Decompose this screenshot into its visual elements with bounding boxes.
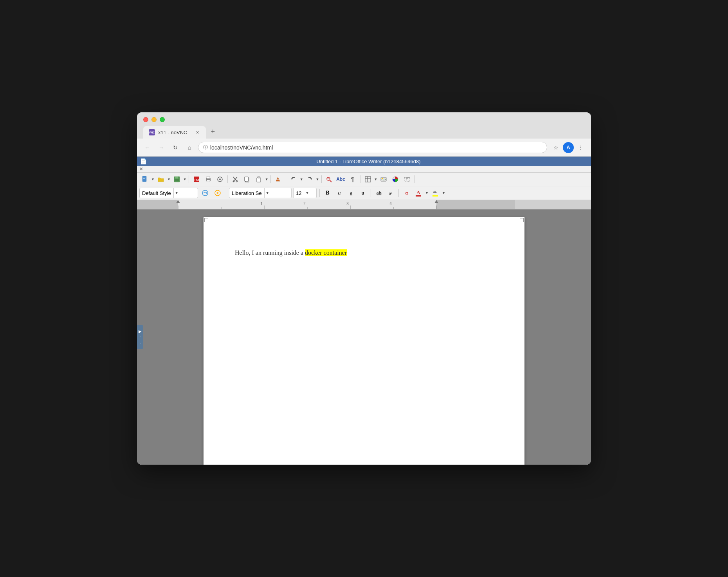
cut-button[interactable] xyxy=(230,174,241,185)
sidebar-toggle-button[interactable]: ▶ ··· xyxy=(137,325,143,349)
strikethrough2-button[interactable]: α xyxy=(402,188,412,198)
font-color-button[interactable]: A xyxy=(413,188,423,198)
new-style-icon xyxy=(214,189,221,197)
toolbar-sep-1 xyxy=(189,175,189,183)
document-page[interactable]: Hello, I an running inside a docker cont… xyxy=(204,217,524,465)
copy-button[interactable] xyxy=(241,174,252,185)
lo-title-text: Untitled 1 - LibreOffice Writer (b12e845… xyxy=(149,159,588,164)
forward-button[interactable]: → xyxy=(156,142,167,153)
svg-text:PDF: PDF xyxy=(195,179,200,181)
spellcheck-label: Abc xyxy=(336,177,345,182)
formatting-sep-1 xyxy=(226,189,226,197)
libreoffice-container: 📄 Untitled 1 - LibreOffice Writer (b12e8… xyxy=(137,157,591,465)
new-doc-dropdown[interactable]: ▼ xyxy=(151,177,155,181)
spellcheck-button[interactable]: Abc xyxy=(335,174,346,185)
font-color-arrow[interactable]: ▼ xyxy=(425,191,429,195)
new-document-button[interactable] xyxy=(139,174,150,185)
subscript-superscript-button[interactable]: ab xyxy=(386,188,396,198)
table-icon xyxy=(364,176,371,183)
paste-button[interactable] xyxy=(253,174,264,185)
new-document-icon xyxy=(141,176,148,183)
strikethrough-button[interactable]: a xyxy=(358,188,368,198)
svg-rect-11 xyxy=(207,180,210,182)
open-file-icon xyxy=(157,176,164,183)
svg-rect-31 xyxy=(381,177,386,181)
formatting-sep-2 xyxy=(319,189,320,197)
svg-rect-5 xyxy=(175,177,178,179)
toolbar-sep-4 xyxy=(286,175,286,183)
tab-favicon: VNC xyxy=(149,129,155,135)
style-update-button[interactable] xyxy=(200,188,211,198)
sidebar-arrow-icon: ▶ xyxy=(139,329,142,334)
undo-dropdown-arrow[interactable]: ▼ xyxy=(300,177,303,181)
paragraph-style-dropdown[interactable]: Default Style ▼ xyxy=(139,188,198,198)
text-highlighted: docker container xyxy=(305,249,347,256)
print-button[interactable] xyxy=(203,174,214,185)
open-file-button[interactable] xyxy=(155,174,166,185)
font-name-arrow: ▼ xyxy=(264,188,270,198)
new-tab-button[interactable]: + xyxy=(207,126,218,137)
maximize-window-button[interactable] xyxy=(160,117,165,122)
nav-bar: ← → ↻ ⌂ ⓘ localhost/noVNC/vnc.html ☆ A ⋮ xyxy=(137,139,591,157)
find-replace-button[interactable] xyxy=(324,174,335,185)
image-icon xyxy=(380,176,387,183)
insert-table-button[interactable] xyxy=(362,174,373,185)
font-size-dropdown[interactable]: 12 ▼ xyxy=(293,188,317,198)
save-button[interactable] xyxy=(171,174,182,185)
clear-button[interactable] xyxy=(273,174,284,185)
address-text: localhost/noVNC/vnc.html xyxy=(210,144,273,151)
browser-menu-button[interactable]: ⋮ xyxy=(575,142,586,153)
toolbar-sep-7 xyxy=(414,175,415,183)
reload-button[interactable]: ↻ xyxy=(170,142,181,153)
underline-button[interactable]: a xyxy=(346,188,356,198)
undo-icon xyxy=(290,176,297,183)
redo-dropdown-arrow[interactable]: ▼ xyxy=(316,177,319,181)
open-dropdown-arrow[interactable]: ▼ xyxy=(167,177,171,181)
text-before: Hello, I an running inside a xyxy=(235,249,305,256)
lo-toolbar-close-row: ✕ xyxy=(137,166,591,173)
svg-text:2: 2 xyxy=(303,202,306,206)
italic-button[interactable]: a xyxy=(334,188,344,198)
document-content[interactable]: Hello, I an running inside a docker cont… xyxy=(235,249,493,257)
new-style-button[interactable] xyxy=(212,188,223,198)
address-bar[interactable]: ⓘ localhost/noVNC/vnc.html xyxy=(198,142,547,153)
redo-button[interactable] xyxy=(304,174,315,185)
cut-icon xyxy=(232,176,239,183)
ruler-svg: 1 2 3 4 xyxy=(137,200,591,209)
highlight-color-arrow[interactable]: ▼ xyxy=(442,191,445,195)
lo-panel-close[interactable]: ✕ xyxy=(139,166,143,172)
browser-window: VNC x11 - noVNC ✕ + ← → ↻ ⌂ ⓘ localhost/… xyxy=(137,112,591,465)
highlight-color-button[interactable]: ✏ xyxy=(430,188,440,198)
lo-document-area: ▶ ··· Hello, I an running inside a docke… xyxy=(137,209,591,465)
back-button[interactable]: ← xyxy=(142,142,153,153)
undo-button[interactable] xyxy=(288,174,299,185)
insert-textbox-button[interactable]: T xyxy=(402,174,413,185)
table-dropdown-arrow[interactable]: ▼ xyxy=(374,177,378,181)
paste-dropdown-arrow[interactable]: ▼ xyxy=(265,177,268,181)
tab-close-button[interactable]: ✕ xyxy=(194,129,200,135)
user-avatar[interactable]: A xyxy=(563,142,574,153)
minimize-window-button[interactable] xyxy=(151,117,157,122)
active-tab[interactable]: VNC x11 - noVNC ✕ xyxy=(143,126,206,139)
insert-chart-button[interactable] xyxy=(390,174,401,185)
formatting-sep-4 xyxy=(398,189,399,197)
save-dropdown-arrow[interactable]: ▼ xyxy=(183,177,187,181)
nonprinting-chars-button[interactable]: ¶ xyxy=(347,174,358,185)
home-button[interactable]: ⌂ xyxy=(184,142,195,153)
svg-rect-42 xyxy=(436,200,515,209)
close-window-button[interactable] xyxy=(143,117,148,122)
find-replace-icon xyxy=(326,176,333,183)
insert-image-button[interactable] xyxy=(378,174,389,185)
font-name-dropdown[interactable]: Liberation Se ▼ xyxy=(229,188,292,198)
preview-button[interactable] xyxy=(214,174,225,185)
bold-button[interactable]: B xyxy=(323,188,333,198)
shadow-button[interactable]: ab xyxy=(374,188,384,198)
pdf-export-button[interactable]: PDF xyxy=(191,174,202,185)
toolbar-sep-3 xyxy=(270,175,271,183)
paste-icon xyxy=(255,176,262,183)
paragraph-style-label: Default Style xyxy=(140,190,173,196)
tabs-row: VNC x11 - noVNC ✕ + xyxy=(143,126,585,139)
window-controls xyxy=(143,117,585,122)
svg-rect-21 xyxy=(258,177,260,178)
bookmark-button[interactable]: ☆ xyxy=(550,142,561,153)
